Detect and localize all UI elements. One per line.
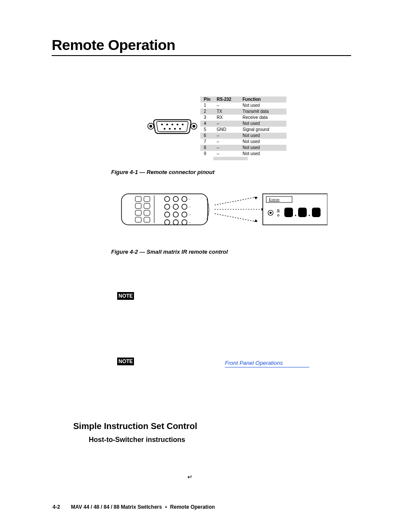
footer-doc: MAV 44 / 48 / 84 / 88 Matrix Switchers — [71, 504, 162, 510]
heading-host: Host-to-Switcher instructions — [89, 436, 185, 444]
page-footer: 4-2 MAV 44 / 48 / 84 / 88 Matrix Switche… — [53, 504, 215, 510]
svg-rect-16 — [144, 196, 150, 202]
svg-point-4 — [161, 124, 163, 125]
table-row: 6 – Not used — [200, 133, 286, 139]
table-row: 3 RX Receive data — [200, 115, 286, 121]
brand-label: Extron — [269, 197, 280, 202]
pinout-table: Pin RS-232 Function 1 – Not used 2 TX Tr… — [200, 96, 286, 160]
svg-point-7 — [177, 124, 178, 125]
svg-line-40 — [215, 197, 258, 205]
svg-rect-52 — [284, 208, 293, 217]
table-header: Pin RS-232 Function — [200, 96, 286, 103]
front-panel-ops-link[interactable]: Front Panel Operations — [225, 360, 283, 367]
footer-page: 4-2 — [53, 504, 60, 510]
svg-point-32 — [182, 212, 187, 217]
td: Not used — [243, 103, 286, 109]
table-stub — [213, 157, 248, 160]
td: TX — [217, 109, 243, 115]
td: 1 — [200, 103, 217, 109]
svg-point-24 — [165, 196, 170, 202]
td: 6 — [200, 133, 217, 139]
th-function: Function — [243, 96, 286, 103]
td: 9 — [200, 151, 217, 157]
td: Not used — [243, 151, 286, 157]
svg-marker-43 — [254, 197, 258, 199]
svg-point-11 — [174, 128, 176, 130]
svg-rect-19 — [135, 210, 141, 215]
svg-point-28 — [173, 204, 178, 209]
svg-point-25 — [173, 196, 178, 202]
figure-caption-1: Figure 4-1 — Remote connector pinout — [111, 169, 215, 175]
td: 7 — [200, 139, 217, 145]
td: – — [217, 121, 243, 127]
table-row: 8 – Not used — [200, 145, 286, 151]
svg-rect-22 — [144, 217, 150, 222]
link-underline — [225, 367, 309, 367]
th-rs232: RS-232 — [217, 96, 243, 103]
th-pin: Pin — [200, 96, 217, 103]
table-row: 1 – Not used — [200, 103, 286, 109]
page: Remote Operation Pin RS-232 Function 1 — [0, 0, 411, 532]
svg-point-30 — [165, 212, 170, 217]
td: 3 — [200, 115, 217, 121]
td: RX — [217, 115, 243, 121]
td: 8 — [200, 145, 217, 151]
svg-rect-54 — [298, 208, 307, 217]
note-badge-1: NOTE — [117, 292, 134, 300]
svg-point-34 — [173, 220, 178, 225]
svg-point-35 — [182, 220, 187, 225]
table-row: 5 GND Signal ground — [200, 127, 286, 133]
svg-point-31 — [173, 212, 178, 217]
svg-rect-20 — [144, 210, 150, 215]
svg-point-5 — [166, 124, 168, 125]
svg-point-1 — [149, 125, 152, 128]
svg-point-3 — [193, 125, 195, 128]
svg-rect-17 — [135, 203, 141, 208]
svg-point-12 — [179, 128, 181, 130]
td: – — [217, 145, 243, 151]
svg-point-9 — [164, 128, 165, 130]
page-title: Remote Operation — [52, 37, 175, 53]
note-badge-2: NOTE — [117, 358, 134, 365]
enter-symbol-icon: ↵ — [187, 473, 193, 480]
svg-point-6 — [171, 124, 173, 125]
svg-point-10 — [169, 128, 171, 130]
td: Not used — [243, 133, 286, 139]
td: 5 — [200, 127, 217, 133]
heading-sis: Simple Instruction Set Control — [73, 421, 197, 431]
svg-line-42 — [215, 214, 258, 222]
ir-remote-diagram: Extron 1234 Extron — [121, 190, 327, 229]
svg-point-49 — [270, 212, 272, 214]
td: – — [217, 139, 243, 145]
table-row: 4 – Not used — [200, 121, 286, 127]
td: – — [217, 151, 243, 157]
table-row: 9 – Not used — [200, 151, 286, 157]
svg-rect-18 — [144, 203, 150, 208]
db9-connector-icon — [146, 117, 198, 135]
svg-point-29 — [182, 204, 187, 209]
td: 4 — [200, 121, 217, 127]
td: GND — [217, 127, 243, 133]
svg-point-26 — [182, 196, 187, 202]
td: – — [217, 103, 243, 109]
figure-caption-2: Figure 4-2 — Small matrix IR remote cont… — [111, 249, 228, 255]
footer-section: Remote Operation — [170, 504, 215, 510]
svg-marker-45 — [254, 219, 258, 222]
svg-point-53 — [295, 215, 296, 216]
svg-point-33 — [165, 220, 170, 225]
footer-bullet: • — [165, 504, 167, 510]
td: Transmit data — [243, 109, 286, 115]
svg-point-8 — [182, 124, 184, 125]
svg-rect-56 — [312, 208, 321, 217]
td: Not used — [243, 145, 286, 151]
td: – — [217, 133, 243, 139]
svg-point-55 — [309, 215, 310, 216]
td: Not used — [243, 139, 286, 145]
title-rule — [52, 55, 351, 56]
td: Signal ground — [243, 127, 286, 133]
table-row: 2 TX Transmit data — [200, 109, 286, 115]
svg-point-27 — [165, 204, 170, 209]
svg-rect-15 — [135, 196, 141, 202]
svg-rect-21 — [135, 217, 141, 222]
td: 2 — [200, 109, 217, 115]
